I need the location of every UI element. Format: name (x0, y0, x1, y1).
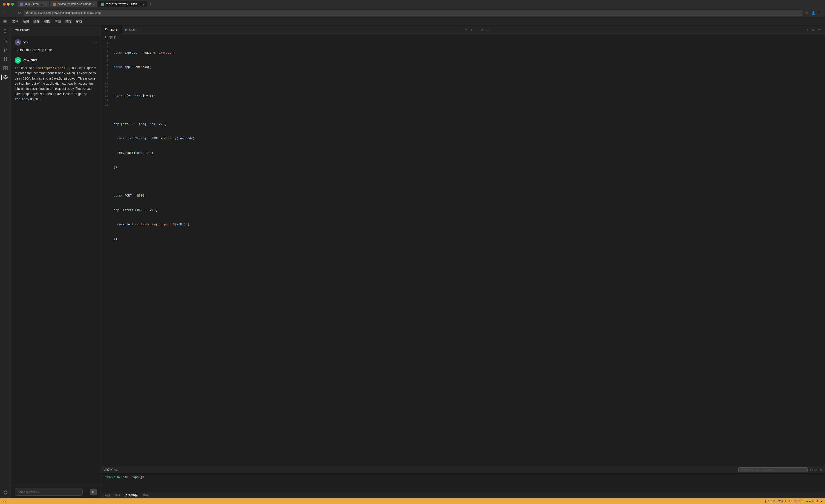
code-line-15 (114, 251, 825, 256)
app-logo (2, 18, 8, 25)
menu-bar: 文件 编辑 选择 视图 前往 终端 帮助 (0, 17, 825, 25)
status-dot: ● (821, 499, 822, 503)
nav-bookmark-button[interactable]: ☆ (804, 11, 809, 15)
line-num-3: 3 (104, 50, 108, 54)
terminal-close-btn[interactable]: ✕ (820, 468, 822, 472)
lock-icon: 🔒 (26, 11, 29, 14)
main-content: CHATGPT You ⋯ Explain the following code (0, 25, 825, 498)
terminal-filter-placeholder: 筛选器(例如 text、!exclude) (741, 468, 774, 472)
status-space[interactable]: 空格: 2 (778, 499, 786, 503)
nav-refresh-button[interactable]: ↻ (17, 10, 22, 15)
chat-input[interactable] (15, 488, 83, 496)
bottom-tab-terminal[interactable]: 终端 (142, 492, 150, 499)
bottom-tab-output[interactable]: 输出 (114, 492, 121, 499)
address-text: demo.titanide.cn/ide/web/coding/opensumi… (30, 11, 800, 14)
more-actions-button[interactable]: ⋯ (817, 27, 822, 32)
browser-tab-project-close[interactable]: ✕ (45, 3, 47, 6)
line-num-7: 7 (104, 67, 108, 72)
status-right: 行9, 列3 空格: 2 LF UTF8 JavaScript ● (765, 499, 822, 503)
menu-help[interactable]: 帮助 (74, 18, 84, 24)
run-button[interactable]: ▷ (805, 27, 809, 32)
terminal-content[interactable]: /usr/bin/node ./app.js (101, 474, 825, 492)
terminal-output-line: /usr/bin/node ./app.js (104, 476, 821, 479)
message-header-user: You ⋯ (15, 39, 97, 46)
line-num-9: 9 (104, 76, 108, 81)
terminal-prompt-btn[interactable]: › (821, 494, 822, 497)
toolbar-stepout-btn[interactable]: ↑ (475, 27, 478, 32)
status-charset[interactable]: UTF8 (795, 499, 802, 503)
activity-extensions[interactable] (1, 64, 10, 72)
nav-forward-button[interactable]: → (10, 10, 15, 15)
split-editor-button[interactable]: ⧉ (811, 27, 815, 32)
line-numbers: 1 2 3 4 5 6 7 8 9 10 11 12 13 14 15 (101, 40, 110, 466)
address-bar[interactable]: 🔒 demo.titanide.cn/ide/web/coding/opensu… (24, 10, 803, 16)
browser-tab-opensumi-close[interactable]: ✕ (143, 3, 145, 6)
toolbar-restart-btn[interactable]: ↺ (479, 27, 484, 32)
toolbar-stepinto-btn[interactable]: ↓ (470, 27, 473, 32)
bottom-tab-problems[interactable]: 问题 (103, 492, 111, 499)
toolbar-stepover-btn[interactable] (463, 27, 468, 32)
line-num-13: 13 (104, 94, 108, 98)
toolbar-pause-btn[interactable]: ⏸ (457, 27, 462, 32)
menu-goto[interactable]: 前往 (53, 18, 63, 24)
status-encoding[interactable]: LF (789, 499, 793, 503)
activity-settings[interactable] (1, 488, 10, 497)
svg-point-7 (4, 51, 5, 52)
nav-profile-button[interactable]: 👤 (811, 11, 816, 15)
user-message-more[interactable]: ⋯ (93, 40, 97, 45)
code-line-2: const app = express() (114, 65, 825, 70)
status-row-col[interactable]: 行9, 列3 (765, 499, 775, 503)
maximize-button[interactable] (11, 3, 14, 6)
terminal-filter[interactable]: 筛选器(例如 text、!exclude) (739, 468, 808, 473)
line-num-8: 8 (104, 72, 108, 76)
browser-tab-postman-close[interactable]: ✕ (92, 3, 94, 6)
menu-file[interactable]: 文件 (10, 18, 21, 24)
code-content[interactable]: const express = require('express') const… (110, 40, 825, 466)
svg-rect-12 (6, 66, 7, 68)
new-tab-button[interactable]: + (148, 2, 152, 6)
breadcrumb-file-icon: JS (104, 36, 107, 38)
editor-tab-appjs[interactable]: JS app.js (101, 25, 122, 34)
bottom-tab-debug-console[interactable]: 调试控制台 (124, 492, 140, 499)
code-line-11: const PORT = 8080 (114, 193, 825, 198)
activity-search[interactable] (1, 36, 10, 45)
terminal-maximize-btn[interactable]: ⤢ (815, 468, 818, 472)
activity-files[interactable] (1, 27, 10, 35)
browser-tab-project[interactable]: 项目 · TitanIDE ✕ (17, 1, 49, 7)
chat-input-actions: ⋯ (84, 489, 97, 496)
svg-point-1 (4, 20, 6, 22)
activity-chatgpt[interactable] (1, 73, 10, 81)
close-button[interactable] (3, 3, 5, 6)
status-code-item[interactable]: <> (3, 500, 6, 503)
code-line-5 (114, 108, 825, 112)
line-num-2: 2 (104, 45, 108, 50)
minimize-button[interactable] (7, 3, 10, 6)
browser-tab-opensumi[interactable]: opensumi-xhxqfgvl · TitanIDE ✕ (98, 1, 147, 7)
chat-panel: CHATGPT You ⋯ Explain the following code (11, 25, 101, 498)
browser-tab-postman[interactable]: devtool-postman-walvamdz ✕ (50, 1, 97, 7)
code-editor[interactable]: 1 2 3 4 5 6 7 8 9 10 11 12 13 14 15 cons… (101, 40, 825, 466)
terminal-clear-btn[interactable]: ⊟ (810, 468, 813, 472)
nav-settings-button[interactable]: ⋯ (818, 11, 823, 15)
tab-favicon-postman (53, 3, 56, 6)
menu-select[interactable]: 选择 (31, 18, 42, 24)
chat-send-button[interactable] (90, 489, 97, 496)
status-language[interactable]: JavaScript (805, 499, 818, 503)
code-line-3 (114, 79, 825, 84)
activity-debug[interactable] (1, 55, 10, 63)
menu-edit[interactable]: 编辑 (21, 18, 31, 24)
svg-point-16 (5, 492, 6, 493)
editor-tab-appjs-label: app.js (109, 28, 118, 31)
menu-terminal[interactable]: 终端 (63, 18, 74, 24)
terminal-actions: ⊟ ⤢ ✕ (810, 468, 822, 472)
breadcrumb-separator: › (118, 35, 119, 39)
activity-git[interactable] (1, 46, 10, 54)
toolbar-stop-btn[interactable]: □ (485, 27, 489, 32)
menu-view[interactable]: 视图 (42, 18, 53, 24)
svg-point-18 (17, 59, 19, 62)
chat-more-button[interactable]: ⋯ (84, 490, 88, 494)
nav-back-button[interactable]: ← (2, 10, 8, 15)
nav-bar: ← → ↻ 🔒 demo.titanide.cn/ide/web/coding/… (0, 8, 825, 17)
chat-header: CHATGPT (11, 25, 100, 35)
editor-tab-launch[interactable]: ▶ laun... (122, 25, 141, 34)
